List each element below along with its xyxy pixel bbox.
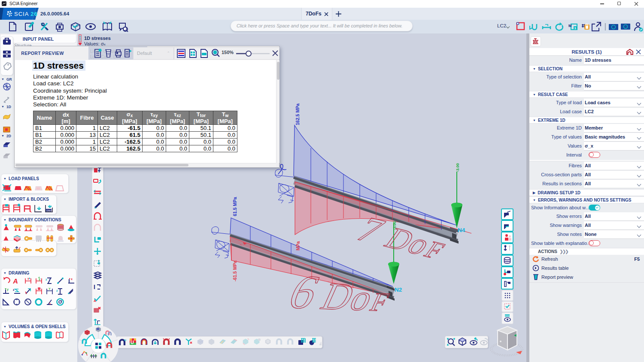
svg-text:z: z [46, 278, 47, 281]
svg-text:DWG: DWG [46, 209, 52, 212]
svg-text:x: x [27, 277, 29, 280]
svg-text:-61.5 MPa: -61.5 MPa [232, 260, 237, 281]
svg-text:z: z [13, 288, 15, 291]
svg-text:x: x [71, 278, 73, 281]
svg-text:y: y [39, 278, 40, 281]
svg-text:1: 1 [574, 26, 577, 30]
svg-text:61.5 MPa: 61.5 MPa [232, 197, 237, 216]
svg-text:y: y [7, 288, 9, 291]
svg-text:Y: Y [49, 287, 51, 290]
svg-text:-3.00: -3.00 [392, 221, 397, 230]
svg-text:M: M [39, 287, 41, 290]
svg-text:MPa: MPa [295, 241, 301, 250]
svg-text:N4: N4 [458, 227, 465, 233]
svg-text:N2: N2 [395, 287, 402, 293]
svg-text:-3.00: -3.00 [456, 163, 460, 172]
svg-text:A: A [12, 277, 18, 285]
svg-text:M: M [568, 24, 572, 28]
svg-text:z: z [56, 289, 58, 292]
svg-text:162.5 MPa: 162.5 MPa [295, 103, 300, 125]
